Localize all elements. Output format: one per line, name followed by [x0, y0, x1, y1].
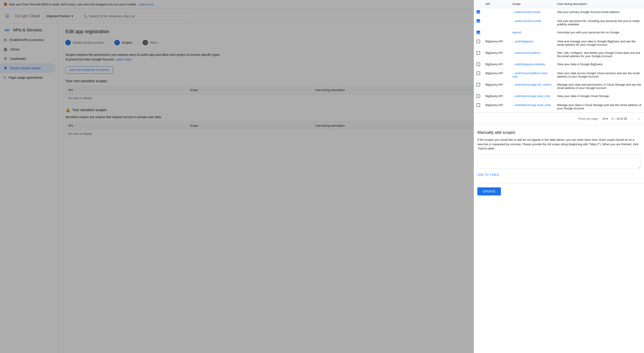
- scope-checkbox[interactable]: [476, 83, 480, 87]
- api-cell: BigQuery API: [483, 81, 510, 92]
- api-cell: [483, 29, 510, 38]
- modal-table-row: BigQuery API.../auth/devstorage.full_con…: [474, 81, 644, 92]
- modal-table-row: .../auth/userinfo.profileSee your person…: [474, 17, 644, 29]
- api-cell: BigQuery API: [483, 60, 510, 69]
- api-cell: [483, 17, 510, 29]
- description-cell: View your data in Google BigQuery: [554, 60, 644, 69]
- scope-cell: .../auth/devstorage.read_only: [510, 92, 554, 101]
- scopes-textarea[interactable]: [478, 154, 640, 169]
- pagination: Rows per page: 10 ▾ 1 – 10 of 25 ‹ ›: [474, 113, 644, 125]
- scope-cell: openid: [510, 29, 554, 38]
- scope-cell: .../auth/devstorage.full_control: [510, 81, 554, 92]
- manually-add-title: Manually add scopes: [478, 130, 640, 135]
- description-cell: Manage your data in Cloud Storage and se…: [554, 101, 644, 113]
- description-cell: See, edit, configure, and delete your Go…: [554, 49, 644, 60]
- modal-table-row: BigQuery API.../auth/devstorage.read_onl…: [474, 92, 644, 101]
- add-to-table-button[interactable]: ADD TO TABLE: [478, 171, 499, 178]
- rows-per-page-select[interactable]: 10 ▾: [602, 117, 608, 120]
- modal-table-row: BigQuery API.../auth/bigquery.readonlyVi…: [474, 60, 644, 69]
- modal-overlay: API Scope User-facing description .../au…: [0, 0, 644, 353]
- scope-cell: .../auth/userinfo.email: [510, 8, 554, 17]
- scope-checkbox[interactable]: [476, 10, 480, 14]
- scope-cell: .../auth/devstorage.read_write: [510, 101, 554, 113]
- description-cell: See your personal info, including any pe…: [554, 17, 644, 29]
- modal-table-row: .../auth/userinfo.emailSee your primary …: [474, 8, 644, 17]
- rows-per-page-label: Rows per page:: [578, 117, 599, 120]
- api-col-header: API: [483, 0, 510, 8]
- api-cell: BigQuery API: [483, 92, 510, 101]
- prev-page-button[interactable]: ‹: [630, 115, 634, 122]
- scope-checkbox[interactable]: [476, 72, 480, 75]
- description-cell: Associate you with your personal info on…: [554, 29, 644, 38]
- api-cell: BigQuery API: [483, 101, 510, 113]
- scope-cell: .../auth/userinfo.profile: [510, 17, 554, 29]
- scope-cell: .../auth/cloud-platform.read-only: [510, 69, 554, 81]
- description-cell: View and manage your data in Google BigQ…: [554, 38, 644, 49]
- scope-checkbox[interactable]: [476, 31, 480, 34]
- modal-panel-inner: API Scope User-facing description .../au…: [474, 0, 644, 353]
- description-cell: See your primary Google Account email ad…: [554, 8, 644, 17]
- checkbox-col-header: [474, 0, 483, 8]
- modal-table-row: BigQuery API.../auth/devstorage.read_wri…: [474, 101, 644, 113]
- modal-table-row: BigQuery API.../auth/bigqueryView and ma…: [474, 38, 644, 49]
- scope-checkbox[interactable]: [476, 19, 480, 23]
- api-cell: BigQuery API: [483, 38, 510, 49]
- description-cell: View your data in Google Cloud Storage: [554, 92, 644, 101]
- description-cell: Manage your data and permissions in Clou…: [554, 81, 644, 92]
- update-section: UPDATE: [474, 184, 644, 199]
- modal-table-row: BigQuery API.../auth/cloud-platformSee, …: [474, 49, 644, 60]
- scope-checkbox[interactable]: [476, 63, 480, 66]
- modal-table-row: openidAssociate you with your personal i…: [474, 29, 644, 38]
- api-cell: BigQuery API: [483, 49, 510, 60]
- scope-checkbox[interactable]: [476, 40, 480, 43]
- description-cell: View your data across Google Cloud servi…: [554, 69, 644, 81]
- modal-panel: API Scope User-facing description .../au…: [474, 0, 644, 353]
- next-page-button[interactable]: ›: [637, 115, 640, 122]
- rows-per-page-value: 10: [602, 117, 606, 120]
- update-button[interactable]: UPDATE: [478, 187, 501, 195]
- page-info: 1 – 10 of 25: [612, 117, 627, 120]
- scopes-modal-table: API Scope User-facing description .../au…: [474, 0, 644, 113]
- scope-cell: .../auth/bigquery.readonly: [510, 60, 554, 69]
- api-cell: BigQuery API: [483, 69, 510, 81]
- api-cell: [483, 8, 510, 17]
- scope-col-header: Scope: [510, 0, 554, 8]
- scope-cell: .../auth/bigquery: [510, 38, 554, 49]
- manually-add-description: If the scopes you would like to add do n…: [478, 138, 640, 151]
- scope-checkbox[interactable]: [476, 51, 480, 55]
- scope-cell: .../auth/cloud-platform: [510, 49, 554, 60]
- scope-checkbox[interactable]: [476, 94, 480, 98]
- rows-chevron-icon: ▾: [606, 117, 608, 120]
- desc-col-header: User-facing description: [554, 0, 644, 8]
- manually-add-section: Manually add scopes If the scopes you wo…: [474, 125, 644, 184]
- modal-table-row: BigQuery API.../auth/cloud-platform.read…: [474, 69, 644, 81]
- scope-checkbox[interactable]: [476, 103, 480, 107]
